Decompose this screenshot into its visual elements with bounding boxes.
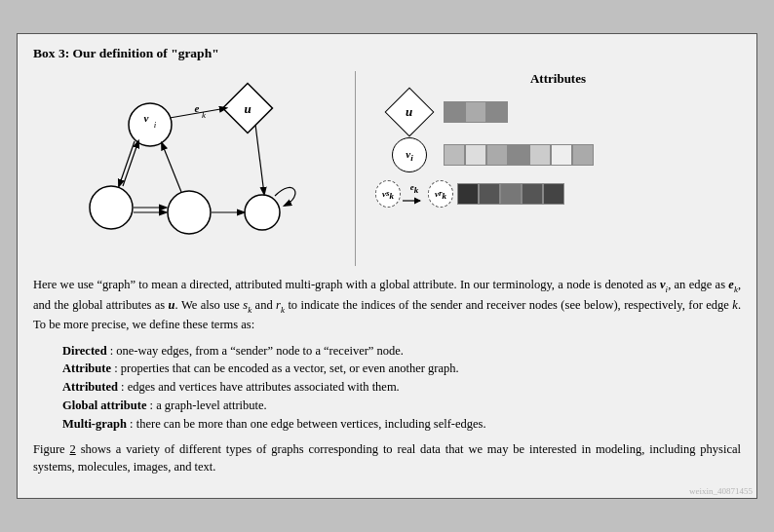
attr-cell (479, 183, 500, 205)
def-multigraph: Multi-graph : there can be more than one… (62, 415, 741, 434)
svg-point-8 (168, 191, 211, 234)
attr-cell (465, 144, 486, 166)
attr-cell (529, 144, 551, 166)
attr-cell (444, 101, 465, 123)
term-global: Global attribute (62, 399, 146, 412)
attributes-panel: Attributes u vi (366, 71, 741, 266)
attr-cell (551, 144, 572, 166)
watermark: weixin_40871455 (689, 486, 753, 496)
attr-bar-vi (444, 144, 594, 166)
def-global: Global attribute : a graph-level attribu… (62, 397, 741, 415)
attr-cell (543, 183, 564, 205)
attr-cell (500, 183, 522, 205)
attr-cell (457, 183, 479, 205)
divider-line (355, 71, 356, 266)
attr-bar-ek (457, 183, 564, 205)
attr-cell (444, 144, 465, 166)
edge-arrow-svg (403, 195, 426, 207)
svg-line-15 (162, 143, 181, 192)
svg-text:u: u (244, 101, 251, 116)
term-multigraph: Multi-graph (62, 417, 127, 431)
attr-label-ek: vsk ek (375, 180, 453, 208)
term-attribute: Attribute (62, 361, 111, 375)
u-symbol: u (406, 104, 412, 120)
term-attributed: Attributed (62, 380, 118, 394)
attr-row-ek: vsk ek (375, 180, 741, 208)
graph-svg: u v i e k (33, 71, 326, 266)
svg-text:v: v (144, 112, 149, 124)
def-attribute: Attribute : properties that can be encod… (62, 360, 741, 378)
attr-row-u: u (375, 95, 741, 130)
svg-line-12 (123, 141, 138, 186)
attr-label-vi: vi (375, 137, 444, 172)
svg-line-11 (119, 141, 135, 186)
box-container: Box 3: Our definition of "graph" u v i e… (17, 33, 757, 498)
attr-row-vi: vi (375, 137, 741, 172)
attr-cell (522, 183, 543, 205)
attr-bar-u (444, 101, 508, 123)
definitions-list: Directed : one-way edges, from a “sender… (62, 342, 741, 434)
svg-line-17 (255, 125, 264, 194)
svg-point-9 (245, 195, 280, 230)
vs-symbol: vsk (375, 180, 401, 208)
term-directed: Directed (62, 344, 107, 358)
svg-point-2 (129, 103, 172, 146)
attr-cell (465, 101, 486, 123)
svg-text:e: e (195, 102, 200, 114)
attr-cell (572, 144, 594, 166)
ek-edge-label: ek (410, 182, 419, 195)
def-directed: Directed : one-way edges, from a “sender… (62, 342, 741, 361)
graph-diagram: u v i e k (33, 71, 345, 266)
figure-link[interactable]: 2 (70, 442, 76, 456)
box-title: Box 3: Our definition of "graph" (33, 46, 741, 61)
body-paragraph: Here we use “graph” to mean a directed, … (33, 276, 741, 333)
attr-cell (508, 144, 529, 166)
vi-symbol: vi (406, 148, 412, 163)
vr-symbol: vrk (428, 180, 453, 208)
svg-point-7 (90, 186, 133, 229)
def-attributed: Attributed : edges and vertices have att… (62, 378, 741, 397)
attributes-title: Attributes (530, 71, 586, 87)
attr-cell (486, 101, 508, 123)
attr-cell (486, 144, 508, 166)
diagram-area: u v i e k (33, 71, 741, 266)
attr-label-u: u (375, 95, 444, 130)
figure-reference-text: Figure 2 shows a variety of different ty… (33, 440, 741, 475)
